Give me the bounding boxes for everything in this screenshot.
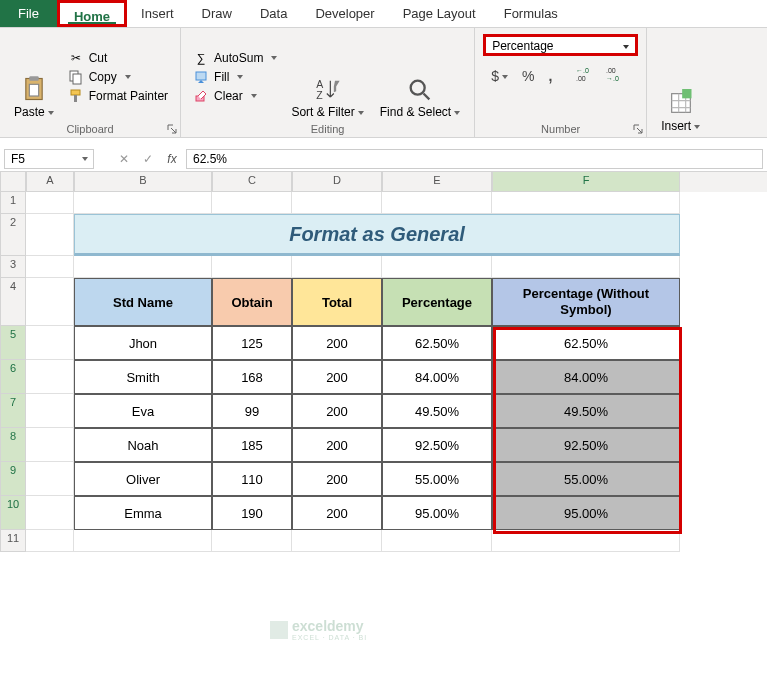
cell[interactable]: 55.00% [382,462,492,496]
cell[interactable]: 200 [292,326,382,360]
header-obtain[interactable]: Obtain [212,278,292,326]
formula-input[interactable]: 62.5% [186,149,763,169]
cell[interactable]: 95.00% [382,496,492,530]
cell[interactable]: Oliver [74,462,212,496]
cell[interactable] [26,462,74,496]
cell[interactable]: 62.50% [382,326,492,360]
col-header-E[interactable]: E [382,172,492,192]
cell[interactable]: Jhon [74,326,212,360]
col-header-A[interactable]: A [26,172,74,192]
cell[interactable] [382,530,492,552]
cell[interactable]: Eva [74,394,212,428]
name-box[interactable]: F5 [4,149,94,169]
row-header-5[interactable]: 5 [0,326,26,360]
tab-draw[interactable]: Draw [188,0,246,27]
cell[interactable]: 110 [212,462,292,496]
percent-format-button[interactable]: % [518,66,538,86]
cell[interactable]: 99 [212,394,292,428]
comma-format-button[interactable]: , [544,66,556,86]
cell[interactable] [212,192,292,214]
tab-home[interactable]: Home [57,0,127,27]
cell[interactable]: 95.00% [492,496,680,530]
cell[interactable] [26,360,74,394]
cell[interactable] [382,192,492,214]
row-header-6[interactable]: 6 [0,360,26,394]
row-header-10[interactable]: 10 [0,496,26,530]
paste-button[interactable]: Paste [8,32,60,121]
cell[interactable]: 168 [212,360,292,394]
col-header-D[interactable]: D [292,172,382,192]
header-stdname[interactable]: Std Name [74,278,212,326]
cell[interactable]: 49.50% [382,394,492,428]
tab-developer[interactable]: Developer [301,0,388,27]
cut-button[interactable]: ✂Cut [68,50,168,66]
row-header-4[interactable]: 4 [0,278,26,326]
cell[interactable]: 55.00% [492,462,680,496]
cell[interactable] [292,530,382,552]
autosum-button[interactable]: ∑AutoSum [193,50,277,66]
cell[interactable] [212,256,292,278]
insert-cells-button[interactable]: Insert [655,32,706,135]
cell[interactable]: 49.50% [492,394,680,428]
header-percentage[interactable]: Percentage [382,278,492,326]
row-header-1[interactable]: 1 [0,192,26,214]
cell[interactable] [74,530,212,552]
tab-formulas[interactable]: Formulas [490,0,572,27]
cell[interactable]: 92.50% [492,428,680,462]
cell[interactable] [26,394,74,428]
grid[interactable]: 1 2Format as General 3 4 Std Name Obtain… [0,192,767,552]
cell[interactable] [26,192,74,214]
title-cell[interactable]: Format as General [74,214,680,256]
cell[interactable] [26,278,74,326]
cell[interactable] [26,496,74,530]
select-all-cell[interactable] [0,172,26,192]
cell[interactable] [74,192,212,214]
insert-function-button[interactable]: fx [162,152,182,166]
fill-button[interactable]: Fill [193,69,277,85]
decrease-decimal-button[interactable]: .00→.0 [602,64,630,87]
tab-file[interactable]: File [0,0,57,27]
accounting-format-button[interactable]: $ [487,66,512,86]
cell[interactable]: 200 [292,394,382,428]
row-header-11[interactable]: 11 [0,530,26,552]
cell[interactable] [382,256,492,278]
tab-data[interactable]: Data [246,0,301,27]
cell[interactable]: 185 [212,428,292,462]
tab-pagelayout[interactable]: Page Layout [389,0,490,27]
cell[interactable]: 200 [292,428,382,462]
cell[interactable]: 200 [292,360,382,394]
cell[interactable]: Smith [74,360,212,394]
cell[interactable] [492,256,680,278]
cell[interactable] [26,530,74,552]
header-percentage-nosym[interactable]: Percentage (Without Symbol) [492,278,680,326]
cell[interactable] [492,530,680,552]
clipboard-dialog-launcher[interactable] [166,123,178,135]
cell[interactable] [26,326,74,360]
copy-button[interactable]: Copy [68,69,168,85]
cell[interactable] [292,256,382,278]
cell[interactable] [26,256,74,278]
cell[interactable] [212,530,292,552]
row-header-7[interactable]: 7 [0,394,26,428]
cell[interactable] [26,214,74,256]
row-header-2[interactable]: 2 [0,214,26,256]
cancel-formula-button[interactable]: ✕ [114,152,134,166]
sort-filter-button[interactable]: AZ Sort & Filter [285,32,369,121]
cell[interactable] [492,192,680,214]
cell[interactable]: 92.50% [382,428,492,462]
row-header-3[interactable]: 3 [0,256,26,278]
format-painter-button[interactable]: Format Painter [68,88,168,104]
cell[interactable]: 84.00% [382,360,492,394]
increase-decimal-button[interactable]: ←.0.00 [572,64,600,87]
cell[interactable]: 200 [292,496,382,530]
row-header-9[interactable]: 9 [0,462,26,496]
col-header-B[interactable]: B [74,172,212,192]
clear-button[interactable]: Clear [193,88,277,104]
cell[interactable]: 125 [212,326,292,360]
col-header-F[interactable]: F [492,172,680,192]
col-header-C[interactable]: C [212,172,292,192]
cell[interactable]: 200 [292,462,382,496]
find-select-button[interactable]: Find & Select [374,32,466,121]
number-format-select[interactable]: Percentage [483,34,638,56]
cell[interactable]: Noah [74,428,212,462]
